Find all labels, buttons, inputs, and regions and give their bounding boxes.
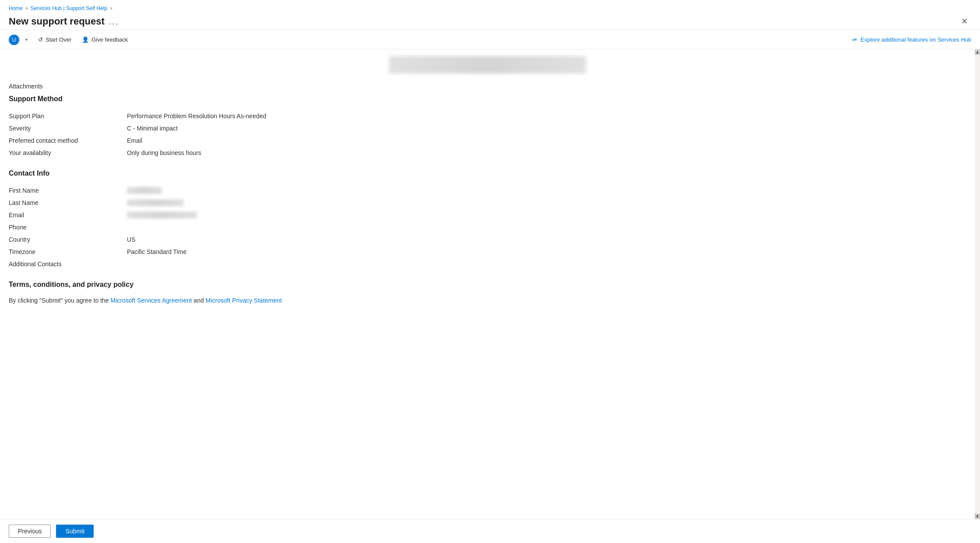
chevron-down-icon: ▾ bbox=[25, 37, 28, 42]
microsoft-privacy-statement-link[interactable]: Microsoft Privacy Statement bbox=[206, 297, 282, 304]
phone-row: Phone bbox=[9, 221, 966, 233]
timezone-label: Timezone bbox=[9, 248, 127, 255]
terms-title: Terms, conditions, and privacy policy bbox=[9, 281, 966, 289]
terms-text: By clicking "Submit" you agree to the Mi… bbox=[9, 296, 966, 305]
timezone-row: Timezone Pacific Standard Time bbox=[9, 246, 966, 258]
terms-middle: and bbox=[192, 297, 205, 304]
severity-label: Severity bbox=[9, 125, 127, 132]
support-method-title: Support Method bbox=[9, 95, 966, 103]
severity-row: Severity C - Minimal impact bbox=[9, 122, 966, 134]
close-button[interactable]: ✕ bbox=[958, 15, 971, 28]
scroll-up-arrow[interactable]: ▲ bbox=[975, 49, 980, 55]
explore-label: Explore additional features on Services … bbox=[861, 36, 971, 43]
preferred-contact-row: Preferred contact method Email bbox=[9, 134, 966, 147]
start-over-icon: ↺ bbox=[38, 36, 43, 43]
start-over-button[interactable]: ↺ Start Over bbox=[34, 34, 76, 46]
compare-icon: ⇌ bbox=[852, 36, 857, 43]
additional-contacts-label: Additional Contacts bbox=[9, 261, 127, 268]
support-plan-label: Support Plan bbox=[9, 113, 127, 120]
availability-value: Only during business hours bbox=[127, 149, 201, 156]
bottom-spacer bbox=[9, 316, 966, 333]
country-value: US bbox=[127, 236, 135, 243]
breadcrumb-home[interactable]: Home bbox=[9, 5, 23, 11]
availability-label: Your availability bbox=[9, 149, 127, 156]
main-container: Attachments Support Method Support Plan … bbox=[0, 49, 980, 519]
title-row: New support request ... ✕ bbox=[9, 15, 971, 28]
title-ellipsis[interactable]: ... bbox=[109, 17, 119, 27]
email-label: Email bbox=[9, 212, 127, 219]
contact-info-section: Contact Info First Name Last Name Email … bbox=[9, 169, 966, 270]
terms-prefix: By clicking "Submit" you agree to the bbox=[9, 297, 111, 304]
user-dropdown-button[interactable]: ▾ bbox=[21, 35, 32, 45]
feedback-label: Give feedback bbox=[91, 36, 128, 43]
previous-button[interactable]: Previous bbox=[9, 525, 51, 538]
submit-button[interactable]: Submit bbox=[56, 525, 94, 538]
scroll-down-arrow[interactable]: ▼ bbox=[975, 514, 980, 519]
toolbar-left: U ▾ ↺ Start Over 👤 Give feedback bbox=[9, 34, 132, 46]
breadcrumb-sep-1: > bbox=[25, 6, 28, 11]
start-over-label: Start Over bbox=[46, 36, 71, 43]
contact-info-title: Contact Info bbox=[9, 169, 966, 177]
breadcrumb-sep-2: > bbox=[110, 6, 112, 11]
content-area[interactable]: Attachments Support Method Support Plan … bbox=[0, 49, 975, 519]
severity-value: C - Minimal impact bbox=[127, 125, 178, 132]
header: Home > Services Hub | Support Self Help … bbox=[0, 0, 980, 30]
support-method-section: Support Method Support Plan Performance … bbox=[9, 95, 966, 159]
attachments-label: Attachments bbox=[9, 80, 966, 95]
right-scrollbar[interactable]: ▲ ▼ bbox=[975, 49, 980, 519]
page-title-text: New support request bbox=[9, 16, 105, 27]
support-plan-row: Support Plan Performance Problem Resolut… bbox=[9, 110, 966, 122]
support-plan-value: Performance Problem Resolution Hours As-… bbox=[127, 113, 266, 120]
give-feedback-button[interactable]: 👤 Give feedback bbox=[77, 34, 132, 46]
blurred-content bbox=[389, 56, 586, 74]
last-name-label: Last Name bbox=[9, 199, 127, 206]
footer: Previous Submit bbox=[0, 519, 980, 543]
availability-row: Your availability Only during business h… bbox=[9, 147, 966, 159]
user-avatar-icon: U bbox=[9, 35, 19, 45]
first-name-label: First Name bbox=[9, 187, 127, 194]
preferred-contact-label: Preferred contact method bbox=[9, 137, 127, 144]
country-row: Country US bbox=[9, 233, 966, 246]
feedback-icon: 👤 bbox=[82, 36, 89, 43]
preferred-contact-value: Email bbox=[127, 137, 142, 144]
first-name-row: First Name bbox=[9, 184, 966, 197]
breadcrumb-services-hub[interactable]: Services Hub | Support Self Help bbox=[31, 5, 107, 11]
blurred-top-section bbox=[9, 54, 966, 76]
breadcrumb: Home > Services Hub | Support Self Help … bbox=[9, 5, 971, 11]
timezone-value: Pacific Standard Time bbox=[127, 248, 186, 255]
toolbar: U ▾ ↺ Start Over 👤 Give feedback ⇌ Explo… bbox=[0, 30, 980, 49]
phone-label: Phone bbox=[9, 224, 127, 231]
scrollbar-track bbox=[975, 55, 980, 514]
email-row: Email bbox=[9, 209, 966, 221]
country-label: Country bbox=[9, 236, 127, 243]
microsoft-services-agreement-link[interactable]: Microsoft Services Agreement bbox=[111, 297, 192, 304]
terms-section: Terms, conditions, and privacy policy By… bbox=[9, 281, 966, 305]
last-name-value bbox=[127, 199, 184, 206]
page-title: New support request ... bbox=[9, 16, 119, 27]
explore-features-link[interactable]: ⇌ Explore additional features on Service… bbox=[852, 36, 971, 43]
additional-contacts-row: Additional Contacts bbox=[9, 258, 966, 270]
last-name-row: Last Name bbox=[9, 197, 966, 209]
first-name-value bbox=[127, 187, 162, 194]
email-value bbox=[127, 212, 197, 219]
